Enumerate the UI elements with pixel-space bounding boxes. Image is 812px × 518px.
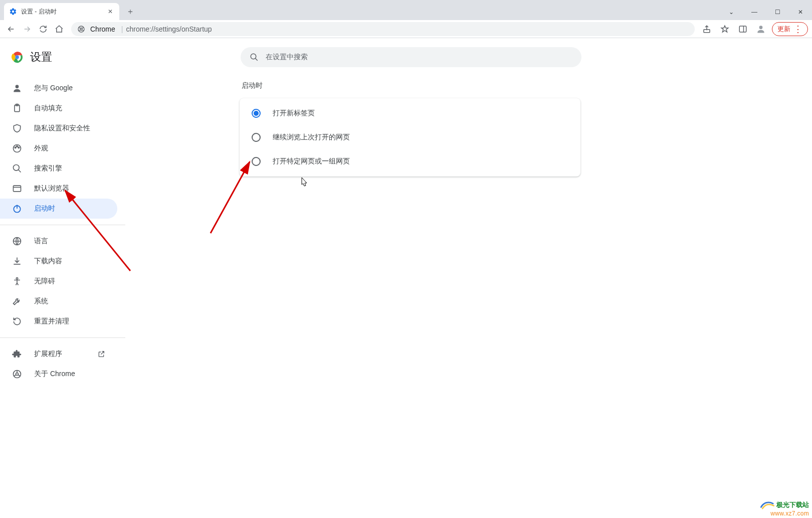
svg-point-15 xyxy=(18,147,20,148)
sidebar-item-label: 下载内容 xyxy=(34,257,62,266)
sidebar-item-label: 关于 Chrome xyxy=(34,370,75,379)
home-button[interactable] xyxy=(52,22,66,36)
browser-toolbar: Chrome | chrome://settings/onStartup 更新 … xyxy=(0,20,812,38)
update-label: 更新 xyxy=(777,25,790,34)
sidebar-item-system[interactable]: 系统 xyxy=(0,291,117,311)
radio-icon xyxy=(252,157,261,166)
sidebar-item-privacy[interactable]: 隐私设置和安全性 xyxy=(0,118,117,138)
sidebar-item-accessibility[interactable]: 无障碍 xyxy=(0,271,117,291)
gear-icon xyxy=(9,8,17,16)
sidebar-item-label: 启动时 xyxy=(34,204,55,213)
palette-icon xyxy=(12,143,22,153)
sidebar-item-label: 扩展程序 xyxy=(34,350,62,359)
omnibox-separator: | xyxy=(121,25,123,33)
settings-sidebar: 您与 Google 自动填充 隐私设置和安全性 外观 搜索引擎 默认浏览器 xyxy=(0,76,125,384)
watermark-text-1: 极光下载站 xyxy=(776,501,809,509)
omnibox-chip: Chrome xyxy=(90,25,115,33)
minimize-button[interactable]: ― xyxy=(743,4,766,20)
startup-options-card: 打开新标签页 继续浏览上次打开的网页 打开特定网页或一组网页 xyxy=(240,98,580,177)
sidebar-divider xyxy=(0,225,125,225)
chrome-outline-icon xyxy=(12,369,22,379)
search-icon xyxy=(250,53,259,62)
watermark: 极光下载站 www.xz7.com xyxy=(760,500,809,517)
new-tab-button[interactable]: ＋ xyxy=(123,5,137,19)
svg-line-17 xyxy=(19,170,21,172)
sidebar-divider xyxy=(0,337,125,338)
svg-point-23 xyxy=(16,278,18,279)
power-icon xyxy=(12,204,22,214)
wrench-icon xyxy=(12,296,22,306)
back-button[interactable] xyxy=(4,22,18,36)
svg-point-16 xyxy=(14,165,20,171)
chrome-logo-icon xyxy=(11,51,23,63)
restore-icon xyxy=(12,316,22,326)
forward-button[interactable] xyxy=(20,22,34,36)
sidebar-item-default-browser[interactable]: 默认浏览器 xyxy=(0,179,117,199)
person-icon xyxy=(12,83,22,93)
extension-icon xyxy=(12,349,22,359)
close-tab-button[interactable]: ✕ xyxy=(106,8,114,16)
radio-icon xyxy=(252,133,261,142)
sidebar-item-label: 无障碍 xyxy=(34,277,55,286)
sidebar-item-autofill[interactable]: 自动填充 xyxy=(0,98,117,118)
shield-icon xyxy=(12,123,22,133)
bookmark-button[interactable] xyxy=(718,22,732,36)
sidebar-item-you-and-google[interactable]: 您与 Google xyxy=(0,78,117,98)
close-window-button[interactable]: ✕ xyxy=(789,4,812,20)
share-button[interactable] xyxy=(700,22,714,36)
svg-point-0 xyxy=(78,26,84,32)
sidebar-item-downloads[interactable]: 下载内容 xyxy=(0,251,117,271)
sidebar-item-appearance[interactable]: 外观 xyxy=(0,138,117,158)
radio-label: 继续浏览上次打开的网页 xyxy=(273,133,350,142)
sidebar-item-label: 默认浏览器 xyxy=(34,184,69,193)
svg-point-14 xyxy=(17,146,18,147)
radio-specific-pages[interactable]: 打开特定网页或一组网页 xyxy=(240,149,580,174)
sidebar-item-label: 搜索引擎 xyxy=(34,164,62,173)
settings-search-input[interactable]: 在设置中搜索 xyxy=(241,47,581,67)
app-title: 设置 xyxy=(30,50,52,65)
radio-label: 打开特定网页或一组网页 xyxy=(273,157,350,166)
svg-line-8 xyxy=(255,58,258,61)
radio-open-new-tab[interactable]: 打开新标签页 xyxy=(240,101,580,125)
globe-icon xyxy=(12,236,22,246)
svg-point-13 xyxy=(15,147,16,148)
window-controls: ⌄ ― ☐ ✕ xyxy=(720,4,812,20)
address-bar[interactable]: Chrome | chrome://settings/onStartup xyxy=(71,22,695,36)
download-icon xyxy=(12,256,22,266)
sidebar-item-extensions[interactable]: 扩展程序 xyxy=(0,344,117,364)
watermark-text-2: www.xz7.com xyxy=(760,510,809,517)
maximize-button[interactable]: ☐ xyxy=(766,4,789,20)
search-icon xyxy=(12,163,22,174)
sidebar-item-label: 您与 Google xyxy=(34,84,73,93)
settings-body: 启动时 打开新标签页 继续浏览上次打开的网页 打开特定网页或一组网页 xyxy=(125,76,812,384)
sidebar-item-label: 重置并清理 xyxy=(34,317,69,326)
radio-continue[interactable]: 继续浏览上次打开的网页 xyxy=(240,125,580,149)
menu-dots-icon: ⋮ xyxy=(793,25,802,34)
window-titlebar: 设置 - 启动时 ✕ ＋ ⌄ ― ☐ ✕ xyxy=(0,0,812,20)
sidebar-item-on-startup[interactable]: 启动时 xyxy=(0,199,117,219)
watermark-logo-icon xyxy=(760,500,774,510)
reload-button[interactable] xyxy=(36,22,50,36)
open-in-new-icon xyxy=(97,350,105,358)
section-title: 启动时 xyxy=(242,81,812,90)
site-info-icon[interactable] xyxy=(77,25,85,33)
sidebar-item-search-engine[interactable]: 搜索引擎 xyxy=(0,158,117,179)
svg-point-5 xyxy=(759,26,763,29)
tab-title: 设置 - 启动时 xyxy=(21,8,57,16)
sidebar-item-label: 外观 xyxy=(34,144,48,153)
browser-tab[interactable]: 设置 - 启动时 ✕ xyxy=(4,3,119,20)
sidebar-item-label: 语言 xyxy=(34,237,48,246)
profile-button[interactable] xyxy=(754,22,768,36)
tab-search-button[interactable]: ⌄ xyxy=(720,4,743,20)
radio-label: 打开新标签页 xyxy=(273,109,315,118)
update-button[interactable]: 更新 ⋮ xyxy=(772,22,808,36)
sidebar-item-about[interactable]: 关于 Chrome xyxy=(0,364,117,384)
settings-header: 设置 在设置中搜索 xyxy=(0,38,812,76)
svg-point-9 xyxy=(16,85,19,88)
sidebar-item-reset[interactable]: 重置并清理 xyxy=(0,311,117,331)
sidebar-item-languages[interactable]: 语言 xyxy=(0,231,117,251)
side-panel-button[interactable] xyxy=(736,22,750,36)
svg-point-25 xyxy=(16,373,19,376)
sidebar-item-label: 隐私设置和安全性 xyxy=(34,124,90,133)
omnibox-url: chrome://settings/onStartup xyxy=(126,25,212,33)
